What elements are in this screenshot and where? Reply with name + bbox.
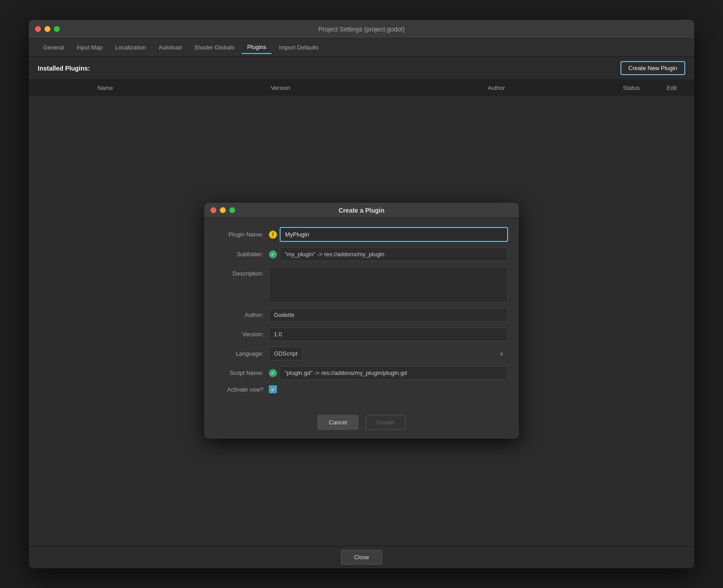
- col-header-version: Version: [173, 85, 388, 91]
- author-input[interactable]: Godette: [269, 308, 508, 322]
- script-name-value[interactable]: "plugin.gd" -> res://addons/my_plugin/pl…: [280, 366, 508, 380]
- language-select[interactable]: GDScript C#: [269, 347, 303, 361]
- dialog-title-text: Create a Plugin: [339, 207, 384, 214]
- description-row: Description:: [215, 267, 508, 303]
- warning-icon: !: [269, 231, 277, 239]
- plugin-name-row: Plugin Name: !: [215, 227, 508, 242]
- installed-plugins-label: Installed Plugins:: [38, 65, 90, 72]
- main-window: Project Settings (project.godot) General…: [29, 20, 694, 568]
- language-select-wrapper: GDScript C#: [269, 347, 508, 361]
- dialog-traffic-lights: [210, 207, 235, 213]
- plugins-table-header: Name Version Author Status Edit: [29, 80, 694, 96]
- dialog-close-button[interactable]: [210, 207, 216, 213]
- activate-now-row: Activate now?: [215, 385, 508, 393]
- script-name-label: Script Name:: [215, 370, 269, 376]
- description-label: Description:: [215, 267, 269, 277]
- tab-localization[interactable]: Localization: [110, 41, 152, 53]
- col-header-name: Name: [38, 85, 173, 91]
- author-label: Author:: [215, 312, 269, 318]
- ok-icon-script: ✓: [269, 369, 277, 377]
- col-header-status: Status: [604, 85, 658, 91]
- version-row: Version: 1.0: [215, 327, 508, 341]
- language-row: Language: GDScript C#: [215, 347, 508, 361]
- tab-import-defaults[interactable]: Import Defaults: [273, 41, 324, 53]
- activate-label: Activate now?: [215, 386, 269, 393]
- version-label: Version:: [215, 331, 269, 338]
- cancel-button[interactable]: Cancel: [317, 415, 358, 430]
- dialog-maximize-button[interactable]: [229, 207, 235, 213]
- tab-shader-globals[interactable]: Shader Globals: [189, 41, 240, 53]
- dialog-body: Plugin Name: ! Subfolder: ✓ "my_plugin" …: [204, 218, 519, 408]
- plugins-toolbar: Installed Plugins: Create New Plugin: [29, 57, 694, 80]
- tab-general[interactable]: General: [38, 41, 69, 53]
- tab-plugins[interactable]: Plugins: [242, 41, 272, 54]
- version-input[interactable]: 1.0: [269, 327, 508, 341]
- dialog-minimize-button[interactable]: [220, 207, 226, 213]
- tab-bar: General Input Map Localization Autoload …: [29, 39, 694, 57]
- traffic-lights: [35, 26, 60, 32]
- script-name-row: Script Name: ✓ "plugin.gd" -> res://addo…: [215, 366, 508, 380]
- description-input[interactable]: [269, 267, 508, 303]
- plugin-name-label: Plugin Name:: [215, 231, 269, 238]
- main-content-area: Create a Plugin Plugin Name: ! Subfolder…: [29, 96, 694, 546]
- subfolder-value[interactable]: "my_plugin" -> res://addons/my_plugin: [280, 247, 508, 261]
- create-new-plugin-button[interactable]: Create New Plugin: [620, 61, 685, 75]
- subfolder-label: Subfolder:: [215, 251, 269, 258]
- dialog-buttons: Cancel Create: [204, 408, 519, 439]
- create-button[interactable]: Create: [366, 415, 406, 430]
- ok-icon-subfolder: ✓: [269, 250, 277, 258]
- minimize-window-button[interactable]: [45, 26, 50, 32]
- plugin-name-input[interactable]: [280, 227, 508, 242]
- activate-checkbox[interactable]: [269, 385, 277, 393]
- col-header-edit: Edit: [658, 85, 685, 91]
- subfolder-row: Subfolder: ✓ "my_plugin" -> res://addons…: [215, 247, 508, 261]
- tab-input-map[interactable]: Input Map: [71, 41, 108, 53]
- close-button[interactable]: Close: [341, 550, 382, 565]
- language-label: Language:: [215, 350, 269, 357]
- window-title: Project Settings (project.godot): [318, 26, 405, 33]
- tab-autoload[interactable]: Autoload: [153, 41, 187, 53]
- col-header-author: Author: [388, 85, 604, 91]
- dialog-title-bar: Create a Plugin: [204, 203, 519, 218]
- create-plugin-dialog: Create a Plugin Plugin Name: ! Subfolder…: [204, 203, 519, 439]
- maximize-window-button[interactable]: [54, 26, 60, 32]
- dialog-overlay: Create a Plugin Plugin Name: ! Subfolder…: [29, 96, 694, 546]
- title-bar: Project Settings (project.godot): [29, 20, 694, 39]
- bottom-bar: Close: [29, 546, 694, 568]
- author-row: Author: Godette: [215, 308, 508, 322]
- close-window-button[interactable]: [35, 26, 41, 32]
